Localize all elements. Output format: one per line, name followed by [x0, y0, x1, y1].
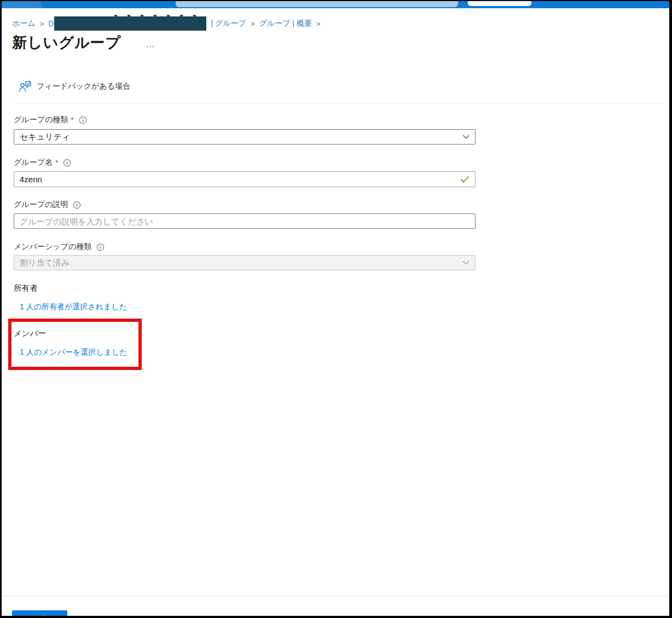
membership-type-value: 割り当て済み: [20, 258, 462, 268]
members-selection-link[interactable]: 1 人のメンバーを選択しました: [20, 348, 128, 357]
members-label: メンバー: [14, 328, 46, 339]
required-marker: *: [71, 115, 73, 124]
group-name-field: [14, 171, 476, 187]
header-control-pill[interactable]: [468, 1, 531, 6]
group-type-value: セキュリティ: [20, 132, 462, 142]
owners-selection-link[interactable]: 1 人の所有者が選択されました: [20, 302, 127, 312]
chevron-down-icon: [462, 135, 470, 139]
group-description-field: [14, 213, 476, 229]
group-description-label: グループの説明: [14, 200, 68, 210]
required-marker: *: [55, 158, 58, 167]
feedback-link[interactable]: フィードバックがある場合: [19, 81, 130, 92]
group-description-label-row: グループの説明: [14, 200, 81, 210]
group-description-input[interactable]: [14, 214, 470, 228]
breadcrumb-separator: >: [40, 20, 44, 28]
screenshot-frame: ホーム > D | グループ > グループ | 概要 > 新しいグループ … フ…: [0, 0, 672, 618]
section-divider: [14, 103, 664, 103]
breadcrumb: ホーム > D | グループ > グループ | 概要 >: [12, 16, 320, 31]
checkmark-icon: [460, 176, 470, 183]
breadcrumb-separator: >: [316, 20, 321, 28]
portal-page: ホーム > D | グループ > グループ | 概要 > 新しいグループ … フ…: [2, 1, 669, 616]
group-type-dropdown[interactable]: セキュリティ: [14, 129, 476, 145]
page-title: 新しいグループ: [12, 33, 121, 53]
info-icon[interactable]: [96, 243, 105, 251]
owners-label: 所有者: [14, 283, 38, 293]
annotation-highlight-box: [8, 319, 142, 370]
group-type-label-row: グループの種類 *: [14, 115, 87, 125]
breadcrumb-overview-link[interactable]: グループ | 概要: [259, 19, 311, 28]
breadcrumb-separator: >: [251, 20, 255, 28]
feedback-icon: [19, 81, 31, 92]
info-icon[interactable]: [73, 201, 81, 209]
group-type-label: グループの種類: [14, 115, 68, 125]
chevron-down-icon: [462, 261, 470, 265]
info-icon[interactable]: [63, 159, 71, 167]
breadcrumb-tenant-link[interactable]: D: [48, 19, 54, 28]
group-name-label: グループ名: [14, 158, 53, 168]
group-name-label-row: グループ名 *: [14, 158, 71, 168]
portal-header: [2, 1, 669, 8]
more-menu-button[interactable]: …: [146, 39, 156, 49]
header-search-input[interactable]: [176, 1, 458, 7]
membership-type-label-row: メンバーシップの種類: [14, 242, 105, 252]
feedback-label: フィードバックがある場合: [37, 82, 130, 91]
redacted-tenant-name: [54, 16, 206, 31]
footer-divider: [2, 596, 669, 596]
membership-type-label: メンバーシップの種類: [14, 242, 91, 252]
group-name-input[interactable]: [14, 172, 460, 187]
info-icon[interactable]: [79, 116, 87, 124]
create-button[interactable]: 作成: [12, 610, 67, 616]
membership-type-dropdown: 割り当て済み: [14, 255, 476, 270]
breadcrumb-groups-link[interactable]: | グループ: [211, 19, 246, 28]
breadcrumb-tenant: D: [48, 16, 206, 31]
breadcrumb-home-link[interactable]: ホーム: [12, 19, 36, 28]
portal-menu-area[interactable]: [2, 1, 42, 8]
